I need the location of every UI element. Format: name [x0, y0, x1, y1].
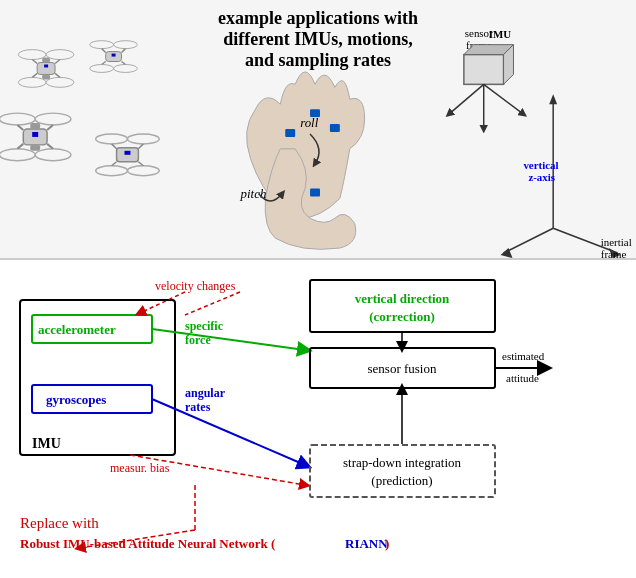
strapdown-label1: strap-down integration	[343, 455, 462, 470]
svg-point-2	[18, 77, 46, 87]
strapdown-box	[310, 445, 495, 497]
svg-point-26	[35, 149, 71, 161]
attitude-label: attitude	[506, 372, 539, 384]
svg-line-11	[55, 73, 60, 77]
svg-line-32	[17, 144, 23, 149]
svg-line-66	[140, 292, 185, 313]
roll-label: roll	[300, 116, 319, 130]
svg-rect-51	[464, 55, 504, 85]
svg-line-52	[484, 84, 524, 114]
angular-label: angular	[185, 386, 226, 400]
svg-rect-12	[44, 65, 48, 68]
top-illustration-svg: pitch roll sensor frame IMU	[0, 0, 636, 258]
svg-point-37	[96, 166, 128, 176]
svg-rect-6	[42, 74, 50, 79]
flow-diagram-svg: IMU accelerometer gyroscopes velocity ch…	[10, 270, 626, 575]
drone-1	[18, 50, 74, 88]
svg-line-8	[32, 60, 37, 64]
svg-point-3	[46, 77, 74, 87]
svg-text:vertical: vertical	[523, 159, 558, 171]
svg-text:z-axis: z-axis	[528, 171, 555, 183]
svg-line-10	[32, 73, 37, 77]
svg-line-9	[55, 60, 60, 64]
drone-3	[0, 113, 71, 161]
svg-point-25	[0, 149, 35, 161]
svg-rect-29	[30, 145, 40, 151]
svg-marker-57	[549, 94, 557, 104]
svg-point-35	[96, 134, 128, 144]
specific-label: specific	[185, 319, 224, 333]
svg-rect-22	[112, 54, 116, 57]
svg-rect-44	[125, 151, 131, 155]
drone-4	[96, 134, 160, 176]
svg-rect-34	[32, 132, 38, 137]
svg-text:frame: frame	[601, 248, 627, 258]
svg-line-40	[112, 144, 117, 149]
svg-line-60	[504, 228, 554, 253]
riann-acronym: RIANN	[345, 536, 388, 551]
svg-line-30	[17, 125, 23, 130]
svg-rect-28	[30, 123, 40, 129]
top-section: example applications with different IMUs…	[0, 0, 636, 260]
svg-line-18	[102, 49, 106, 53]
gyroscopes-label: gyroscopes	[46, 392, 106, 407]
strapdown-label2: (prediction)	[371, 473, 432, 488]
rates-label: rates	[185, 400, 211, 414]
vertical-dir-label2: (correction)	[369, 309, 434, 324]
measur-bias-label: measur. bias	[110, 461, 170, 475]
sensor-frame-diagram: sensor frame IMU	[449, 27, 523, 129]
svg-line-53	[449, 84, 484, 114]
svg-rect-45	[285, 129, 295, 137]
svg-point-38	[127, 166, 159, 176]
svg-line-67	[185, 292, 240, 315]
velocity-changes-label: velocity changes	[155, 279, 236, 293]
vertical-dir-label1: vertical direction	[355, 291, 450, 306]
bottom-section: IMU accelerometer gyroscopes velocity ch…	[0, 260, 636, 578]
accelerometer-label: accelerometer	[38, 322, 116, 337]
vertical-zaxis-label: vertical z-axis inertial frame	[501, 94, 632, 258]
estimated-label: estimated	[502, 350, 545, 362]
svg-point-1	[46, 50, 74, 60]
svg-point-36	[127, 134, 159, 144]
svg-text:IMU: IMU	[489, 28, 512, 40]
imu-label-text: IMU	[32, 436, 61, 451]
sensor-fusion-label: sensor fusion	[368, 361, 437, 376]
svg-rect-48	[310, 189, 320, 197]
riann-prefix: Robust IMU-based Attitude Neural Network…	[20, 536, 275, 551]
svg-point-23	[0, 113, 35, 125]
pitch-label: pitch	[240, 187, 267, 201]
svg-line-33	[47, 144, 53, 149]
svg-rect-5	[42, 58, 50, 63]
svg-point-16	[114, 65, 138, 73]
svg-rect-47	[330, 124, 340, 132]
svg-text:inertial: inertial	[601, 236, 632, 248]
svg-point-0	[18, 50, 46, 60]
svg-point-14	[114, 41, 138, 49]
drone-2	[90, 41, 138, 73]
svg-line-31	[47, 125, 53, 130]
svg-rect-4	[37, 63, 55, 75]
riann-suffix: )	[385, 536, 389, 551]
svg-point-15	[90, 65, 114, 73]
svg-point-24	[35, 113, 71, 125]
force-label: force	[185, 333, 211, 347]
vertical-direction-box	[310, 280, 495, 332]
svg-line-19	[122, 49, 126, 53]
replace-with-label: Replace with	[20, 515, 99, 531]
svg-line-41	[138, 144, 143, 149]
svg-point-13	[90, 41, 114, 49]
